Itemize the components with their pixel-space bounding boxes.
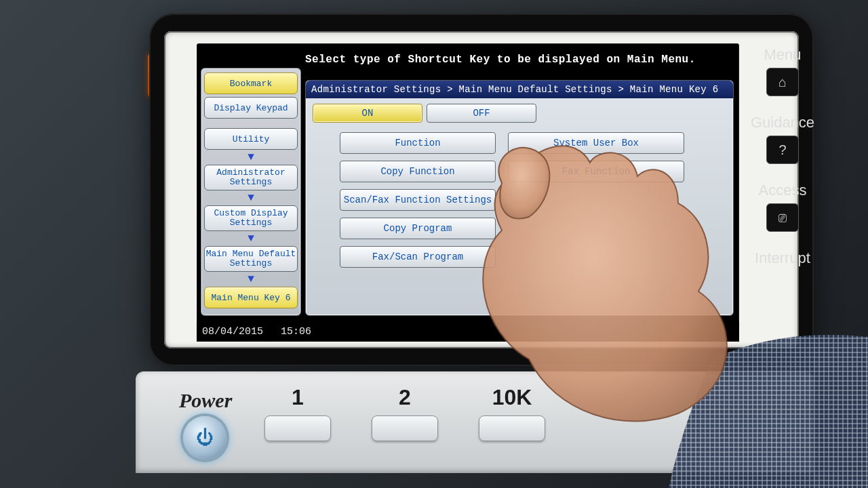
status-time: 15:06 — [281, 326, 311, 338]
key-1-button[interactable] — [264, 415, 331, 441]
shortcut-options: Function System User Box Copy Function F… — [340, 132, 722, 268]
breadcrumb: Administrator Settings > Main Menu Defau… — [306, 81, 733, 98]
device-bezel: Menu ⌂ Guidance ? Access ⎚ Interrupt Sel… — [149, 14, 814, 366]
display-keypad-button[interactable]: Display Keypad — [204, 97, 298, 119]
power-label: Power — [179, 389, 232, 412]
hw-guidance[interactable]: Guidance ? — [749, 114, 816, 164]
key-2-label: 2 — [399, 385, 411, 410]
hw-interrupt-label: Interrupt — [755, 249, 810, 267]
hw-menu[interactable]: Menu ⌂ — [749, 46, 816, 96]
option-fax-scan-program[interactable]: Fax/Scan Program — [340, 246, 496, 268]
spacer — [204, 121, 298, 125]
hw-menu-label: Menu — [764, 46, 801, 64]
status-date: 08/04/2015 — [202, 326, 263, 338]
option-function[interactable]: Function — [340, 132, 496, 154]
power-button[interactable]: ⏻ — [183, 416, 226, 460]
home-icon: ⌂ — [766, 68, 799, 96]
toggle-off[interactable]: OFF — [427, 104, 536, 123]
on-off-toggle: ON OFF — [313, 104, 536, 123]
trail-utility[interactable]: Utility — [204, 128, 298, 150]
question-icon: ? — [766, 136, 799, 164]
trail-main-menu-defaults[interactable]: Main Menu Default Settings — [204, 246, 298, 272]
hw-access[interactable]: Access ⎚ — [749, 182, 816, 232]
chevron-down-icon: ▼ — [204, 274, 298, 284]
key-10k-button[interactable] — [479, 415, 545, 441]
trail-custom-display[interactable]: Custom Display Settings — [204, 205, 298, 231]
power-icon: ⏻ — [196, 427, 214, 449]
option-scan-fax-function[interactable]: Scan/Fax Function Settings — [340, 189, 496, 211]
hw-guidance-label: Guidance — [751, 114, 814, 131]
key-10k-label: 10K — [492, 385, 532, 410]
lcd-screen: Select type of Shortcut Key to be displa… — [197, 43, 739, 342]
option-system-user-box[interactable]: System User Box — [508, 132, 684, 154]
option-copy-function[interactable]: Copy Function — [340, 161, 496, 182]
option-fax-function[interactable]: Fax Function — [508, 161, 684, 182]
bookmark-button[interactable]: Bookmark — [204, 73, 298, 94]
hardware-right-strip: Menu ⌂ Guidance ? Access ⎚ Interrupt — [749, 46, 816, 338]
chevron-down-icon: ▼ — [204, 152, 298, 162]
toggle-on[interactable]: ON — [313, 104, 422, 123]
preset-keys: 1 2 10K — [264, 385, 545, 441]
status-bar: 08/04/2015 15:06 — [197, 321, 739, 342]
access-icon: ⎚ — [766, 203, 799, 232]
option-copy-program[interactable]: Copy Program — [340, 218, 496, 239]
hardware-bottom-panel: Power ⏻ 1 2 10K — [136, 371, 814, 473]
chevron-down-icon: ▼ — [204, 193, 298, 203]
key-1-label: 1 — [292, 385, 304, 410]
hw-access-label: Access — [759, 182, 807, 199]
key-2-button[interactable] — [372, 415, 438, 441]
main-panel: Administrator Settings > Main Menu Defau… — [305, 80, 734, 316]
photo-scene: Menu ⌂ Guidance ? Access ⎚ Interrupt Sel… — [0, 0, 868, 488]
trail-main-menu-key-6[interactable]: Main Menu Key 6 — [204, 287, 298, 308]
hw-interrupt[interactable]: Interrupt — [749, 249, 816, 267]
instruction-text: Select type of Shortcut Key to be displa… — [305, 49, 732, 70]
sidebar: Bookmark Display Keypad Utility ▼ Admini… — [201, 68, 301, 316]
trail-admin-settings[interactable]: Administrator Settings — [204, 165, 298, 190]
chevron-down-icon: ▼ — [204, 234, 298, 243]
